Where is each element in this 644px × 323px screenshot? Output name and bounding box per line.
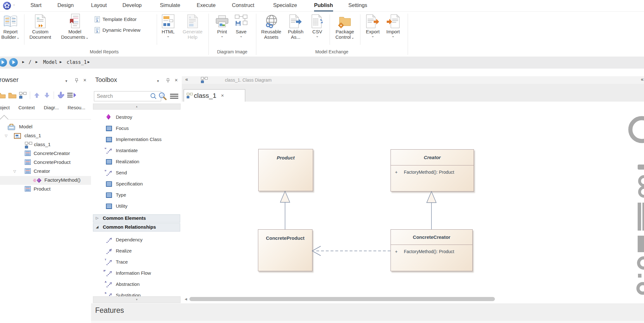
tree-item-product[interactable]: Product [0, 185, 91, 194]
menu-design[interactable]: Design [57, 2, 74, 8]
toolbox-item-implementation-class[interactable]: Implementation Class [91, 134, 182, 145]
csv-button[interactable]: CSV ⌄ [306, 14, 328, 38]
breadcrumb-model[interactable]: Model [43, 59, 57, 65]
panel-menu-icon[interactable]: ▾ [65, 79, 67, 83]
menu-settings[interactable]: Settings [348, 2, 367, 8]
dropdown-chevron-icon: ⌄ [351, 35, 354, 40]
toolbox-item-specification[interactable]: Specification [91, 179, 182, 190]
close-icon[interactable]: ✕ [83, 78, 87, 83]
template-editor-button[interactable]: A Template Editor [95, 16, 155, 23]
toolbox-item-realize[interactable]: Realize [91, 246, 182, 257]
toolbox-item-abstraction[interactable]: A Abstraction [91, 279, 182, 290]
toolbox-scroll-up[interactable]: ▲ [93, 104, 181, 110]
dropdown-chevron-icon: ⌄ [85, 35, 89, 40]
ribbon: Report Builder⌄ Custom Document [0, 11, 644, 57]
menu-execute[interactable]: Execute [197, 2, 216, 8]
dynamic-preview-button[interactable]: A Dynamic Preview [95, 26, 155, 34]
browser-tab-diagram[interactable]: Diagr... [44, 105, 59, 110]
logo-dropdown-chevron[interactable]: ⌄ [13, 3, 15, 6]
toolbox-menu-icon[interactable] [170, 93, 179, 99]
close-icon[interactable]: ✕ [174, 78, 178, 83]
menu-construct[interactable]: Construct [232, 2, 254, 8]
browser-tab-project[interactable]: Project [0, 105, 10, 110]
uml-class-product[interactable]: Product [258, 149, 313, 191]
diagram-canvas[interactable]: Product Creator + FactoryMethod(): Produ… [182, 102, 644, 295]
print-button[interactable]: Print ⌄ [211, 14, 233, 38]
import-button[interactable]: Import ⌄ [383, 14, 404, 38]
send-arrow-icon [106, 170, 112, 177]
publish-as-button[interactable]: Publish As... [284, 14, 307, 40]
tree-item-factorymethod[interactable]: FactoryMethod() [0, 176, 91, 185]
breadcrumb-class1[interactable]: class_1 [67, 59, 87, 65]
locate-hand-icon[interactable] [57, 91, 65, 99]
toolbox-item-realization[interactable]: Realization [91, 157, 182, 168]
nav-forward-button[interactable] [9, 58, 18, 67]
toolbox-item-focus[interactable]: Focus [91, 123, 182, 134]
diagram-tab-class1[interactable]: class_1 ✕ [184, 89, 245, 102]
toolbox-item-type[interactable]: Type [91, 190, 182, 201]
toolbox-item-send[interactable]: u Send [91, 168, 182, 179]
save-button[interactable]: Save ⌄ [230, 14, 252, 38]
section-common-relationships[interactable]: ◢ Common Relationships [93, 223, 180, 232]
ribbon-group-label-model-exchange: Model Exchange [256, 48, 408, 56]
operation-icon [33, 178, 42, 183]
menu-layout[interactable]: Layout [91, 2, 107, 8]
toolbox-item-destroy[interactable]: Destroy [91, 112, 182, 123]
toolbox-item-trace[interactable]: T Trace [91, 257, 182, 268]
menu-specialize[interactable]: Specialize [273, 2, 297, 8]
toolbox-item-dependency[interactable]: Dependency [91, 235, 182, 246]
options-menu-icon[interactable] [67, 92, 76, 98]
folder-icon[interactable] [8, 92, 16, 98]
html-button[interactable]: HTML ⌄ [158, 14, 178, 38]
package-control-button[interactable]: Package Control⌄ [330, 14, 360, 40]
model-documents-button[interactable]: Model Documents⌄ [56, 14, 94, 40]
dropdown-chevron-icon: ⌄ [383, 34, 404, 38]
menu-develop[interactable]: Develop [122, 2, 142, 8]
tree-item-concreteproduct[interactable]: ConcreteProduct [0, 158, 91, 167]
menu-publish[interactable]: Publish [314, 2, 333, 12]
app-logo-icon[interactable] [3, 1, 11, 10]
reusable-assets-button[interactable]: Reusable Assets [256, 14, 286, 40]
report-builder-button[interactable]: Report Builder⌄ [0, 14, 21, 40]
diagram-icon [25, 142, 32, 149]
scrollbar-left-icon[interactable]: ◀ [185, 297, 187, 301]
toolbox-scroll-down[interactable]: ▼ [93, 296, 181, 303]
menu-start[interactable]: Start [30, 2, 42, 8]
move-up-icon[interactable] [33, 92, 40, 99]
pin-icon[interactable] [166, 78, 170, 83]
uml-class-concreteproduct[interactable]: ConcreteProduct [258, 229, 312, 271]
hscrollbar-thumb[interactable] [189, 297, 495, 301]
tree-item-model[interactable]: Model [0, 123, 91, 131]
tree-item-class1-diagram[interactable]: class_1 [0, 140, 91, 149]
diagram-type-icon [201, 77, 208, 83]
instantiate-arrow-icon [106, 148, 112, 154]
tab-close-icon[interactable]: ✕ [221, 93, 224, 98]
toolbox-item-information-flow[interactable]: IF Information Flow [91, 268, 182, 279]
new-package-icon[interactable] [0, 92, 6, 98]
uml-class-creator[interactable]: Creator + FactoryMethod(): Product [391, 149, 474, 192]
tree-item-class1-package[interactable]: ▽ class_1 [0, 131, 91, 140]
collapse-left-icon[interactable]: « [185, 77, 188, 82]
search-toolbox-icon[interactable] [158, 92, 167, 100]
menu-simulate[interactable]: Simulate [160, 2, 180, 8]
export-button[interactable]: Export ⌄ [362, 14, 383, 38]
browser-tab-resources[interactable]: Resou... [68, 105, 85, 110]
breadcrumb-root[interactable]: / [29, 59, 31, 65]
toolbox-item-utility[interactable]: Utility [91, 201, 182, 212]
custom-document-button[interactable]: Custom Document [25, 14, 56, 40]
section-common-elements[interactable]: ▷ Common Elements [93, 214, 180, 223]
tree-item-concretecreator[interactable]: ConcreteCreator [0, 149, 91, 158]
toolbox-item-instantiate[interactable]: u Instantiate [91, 145, 182, 157]
pin-icon[interactable] [75, 78, 78, 83]
collapse-right-icon[interactable]: « [641, 77, 644, 82]
nav-back-button[interactable] [0, 58, 7, 67]
search-icon [150, 93, 157, 100]
new-diagram-icon[interactable] [19, 92, 27, 99]
tree-item-creator[interactable]: ▽ Creator [0, 167, 91, 176]
tree-expander-icon[interactable]: ▽ [5, 134, 7, 138]
browser-tab-context[interactable]: Context [18, 105, 35, 110]
uml-class-concretecreator[interactable]: ConcreteCreator + FactoryMethod(): Produ… [391, 229, 473, 271]
move-down-icon[interactable] [43, 92, 50, 99]
panel-menu-icon[interactable]: ▾ [157, 79, 159, 83]
tree-expander-icon[interactable]: ▽ [13, 169, 16, 173]
